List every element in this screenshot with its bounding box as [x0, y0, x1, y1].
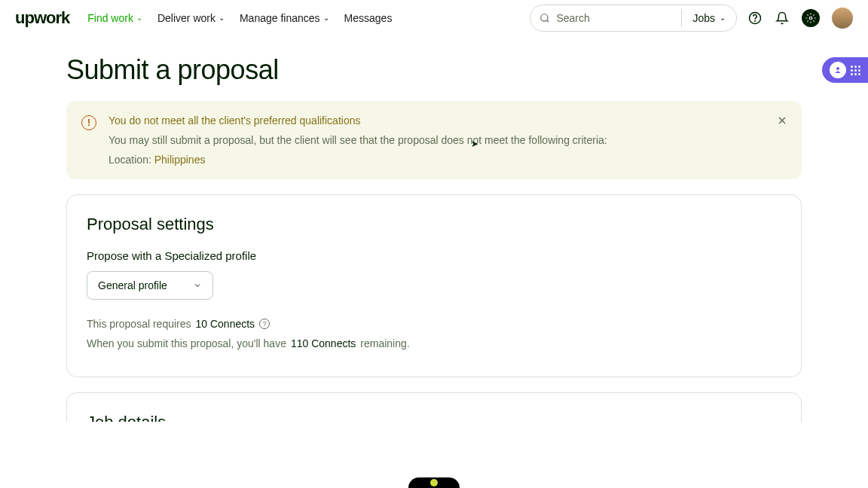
pill-dot-icon: [430, 479, 438, 486]
logo[interactable]: upwork: [15, 8, 69, 28]
gear-icon: [805, 13, 816, 23]
widget-icon: [830, 62, 846, 78]
search-category[interactable]: Jobs ⌄: [682, 12, 736, 24]
nav-deliver-work[interactable]: Deliver work ⌄: [157, 12, 225, 24]
text: When you submit this proposal, you'll ha…: [87, 337, 286, 349]
nav-find-work[interactable]: Find work ⌄: [87, 12, 142, 24]
search-input[interactable]: Search: [530, 12, 681, 24]
nav-manage-finances[interactable]: Manage finances ⌄: [240, 12, 329, 24]
chevron-down-icon: ⌄: [219, 14, 225, 22]
warning-banner: ! You do not meet all the client's prefe…: [66, 101, 802, 179]
remaining-amount: 110 Connects: [291, 337, 356, 349]
widget-dots-icon: [851, 66, 860, 75]
svg-point-0: [541, 14, 548, 20]
chevron-down-icon: ⌄: [136, 14, 142, 22]
help-button[interactable]: [747, 11, 763, 26]
chevron-down-icon: ⌄: [323, 14, 329, 22]
search-placeholder: Search: [556, 12, 589, 24]
connects-remaining: When you submit this proposal, you'll ha…: [87, 337, 781, 349]
warning-criteria: Location: Philippines: [108, 154, 787, 166]
warning-body: You do not meet all the client's preferr…: [108, 114, 787, 166]
text: remaining.: [360, 337, 409, 349]
search-icon: [539, 13, 550, 23]
svg-line-1: [547, 20, 549, 21]
connects-amount: 10 Connects: [196, 318, 255, 330]
close-button[interactable]: [776, 114, 788, 130]
profile-select[interactable]: General profile: [87, 271, 213, 300]
profile-field-label: Propose with a Specialized profile: [87, 249, 781, 262]
nav-label: Manage finances: [240, 12, 320, 24]
svg-point-3: [755, 20, 756, 21]
select-value: General profile: [98, 279, 167, 291]
proposal-settings-card: Proposal settings Propose with a Special…: [66, 194, 802, 377]
nav-label: Find work: [87, 12, 133, 24]
floating-widget[interactable]: [822, 57, 868, 83]
header: upwork Find work ⌄ Deliver work ⌄ Manage…: [0, 0, 868, 36]
help-icon: [748, 11, 762, 25]
main-content: Submit a proposal ! You do not meet all …: [0, 36, 868, 488]
search-container: Search Jobs ⌄: [530, 5, 737, 32]
criteria-value: Philippines: [154, 154, 206, 166]
nav: Find work ⌄ Deliver work ⌄ Manage financ…: [87, 12, 530, 24]
warning-text: You may still submit a proposal, but the…: [108, 134, 787, 146]
header-icons: [747, 8, 853, 29]
bell-icon: [775, 11, 789, 25]
help-icon[interactable]: ?: [259, 319, 270, 329]
chevron-down-icon: [193, 281, 202, 290]
notifications-button[interactable]: [775, 11, 790, 26]
criteria-label: Location:: [108, 154, 151, 166]
nav-label: Messages: [344, 12, 393, 24]
nav-label: Deliver work: [157, 12, 215, 24]
svg-point-10: [836, 67, 839, 70]
search-category-label: Jobs: [692, 12, 715, 24]
chevron-down-icon: ⌄: [720, 14, 726, 22]
avatar[interactable]: [832, 8, 853, 29]
section-title: Proposal settings: [87, 215, 781, 234]
settings-button[interactable]: [802, 9, 820, 27]
text: This proposal requires: [87, 318, 191, 330]
connects-required: This proposal requires 10 Connects ?: [87, 318, 781, 330]
page-title: Submit a proposal: [66, 54, 802, 86]
nav-messages[interactable]: Messages: [344, 12, 393, 24]
warning-title: You do not meet all the client's preferr…: [108, 114, 787, 127]
warning-icon: !: [81, 115, 96, 130]
close-icon: [776, 114, 788, 127]
svg-point-4: [809, 17, 812, 20]
floating-pill-button[interactable]: [408, 477, 460, 488]
